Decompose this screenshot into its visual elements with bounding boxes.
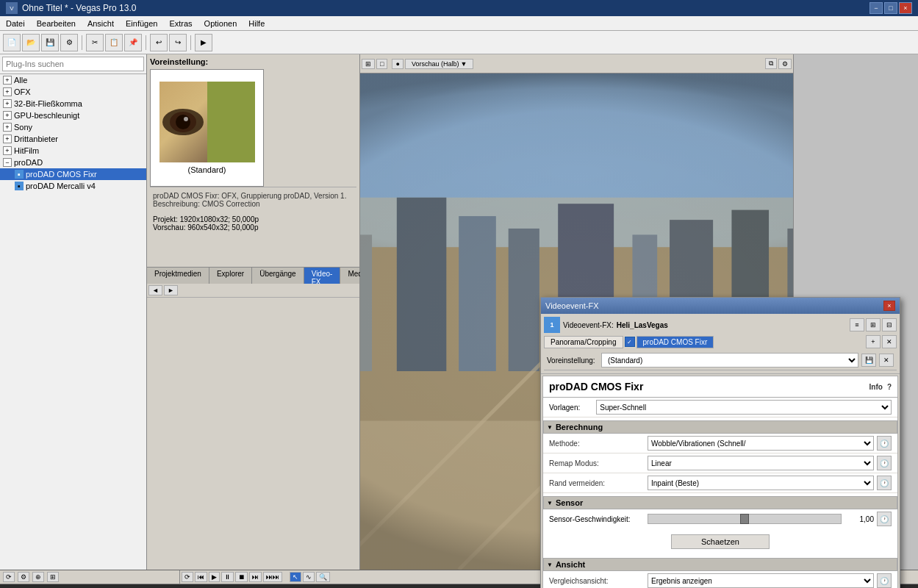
tree-item-prodad-cmos[interactable]: ▪ proDAD CMOS Fixr [0, 168, 146, 180]
fx-preset-delete-btn[interactable]: ✕ [879, 354, 894, 367]
tree-item-32bit[interactable]: + 32-Bit-Fließkomma [0, 98, 146, 110]
search-box [0, 54, 146, 74]
menu-ansicht[interactable]: Ansicht [82, 18, 120, 29]
expand-prodad[interactable]: − [3, 158, 12, 167]
tab-explorer[interactable]: Explorer [209, 268, 252, 284]
toolbar-save[interactable]: 💾 [41, 34, 59, 51]
fx-info-btn[interactable]: Info [869, 383, 883, 391]
tree-item-prodad-mercalli[interactable]: ▪ proDAD Mercalli v4 [0, 180, 146, 192]
menu-bearbeiten[interactable]: Bearbeiten [31, 18, 82, 29]
fx-preset-select[interactable]: (Standard) [601, 353, 858, 368]
fx-detail-view-btn[interactable]: ⊟ [882, 318, 897, 331]
timeline-settings-btn[interactable]: ⚙ [18, 572, 29, 582]
menu-hilfe[interactable]: Hilfe [243, 18, 270, 29]
vergleich-select[interactable]: Ergebnis anzeigen [648, 573, 874, 588]
maximize-button[interactable]: □ [884, 2, 897, 14]
remap-select[interactable]: Linear [648, 456, 874, 470]
tab-video-fx[interactable]: Video-FX [304, 268, 341, 284]
expand-sony[interactable]: + [3, 123, 12, 132]
fx-tab-cmos[interactable]: proDAD CMOS Fixr [636, 336, 714, 348]
snap-btn[interactable]: ⊕ [32, 572, 44, 582]
toolbar-properties[interactable]: ⚙ [60, 34, 78, 51]
transport-forward-btn[interactable]: ⏭ [249, 572, 262, 582]
fx-tab-actions: + ✕ [866, 335, 897, 348]
methode-clock-btn[interactable]: 🕐 [877, 436, 892, 451]
sensor-header[interactable]: ▼ Sensor [543, 496, 897, 509]
transport-play-btn[interactable]: ▶ [209, 572, 220, 582]
menu-optionen[interactable]: Optionen [198, 18, 243, 29]
center-panel: Voreinstellung: [147, 54, 360, 570]
expand-ofx[interactable]: + [3, 87, 12, 96]
fx-help-btn[interactable]: ? [887, 383, 892, 391]
fx-list-view-btn[interactable]: ≡ [850, 318, 864, 331]
ansicht-header[interactable]: ▼ Ansicht [543, 558, 897, 571]
tab-uebergaenge[interactable]: Übergänge [252, 268, 304, 284]
minimize-button[interactable]: − [869, 2, 883, 14]
transport-stop-btn[interactable]: ⏹ [235, 572, 248, 582]
fx-add-btn[interactable]: + [866, 335, 881, 348]
preview-settings-btn[interactable]: ⚙ [778, 59, 792, 69]
tree-item-gpu[interactable]: + GPU-beschleunigt [0, 110, 146, 121]
fx-grid-view-btn[interactable]: ⊞ [866, 318, 881, 331]
fx-plugin-actions: Info ? [869, 383, 892, 391]
cursor-tool-btn[interactable]: ↖ [290, 572, 301, 582]
search-input[interactable] [2, 57, 144, 71]
nav-left-btn[interactable]: ◄ [148, 285, 162, 295]
envelope-tool-btn[interactable]: ∿ [303, 572, 315, 582]
fx-close-button[interactable]: × [883, 301, 895, 311]
toolbar-undo[interactable]: ↩ [150, 34, 168, 51]
timecode-controls: ⟳ ⚙ ⊕ ⊞ [0, 570, 180, 584]
remap-clock-btn[interactable]: 🕐 [877, 456, 892, 470]
tab-projektmedien[interactable]: Projektmedien [147, 268, 209, 284]
toolbar-cut[interactable]: ✂ [86, 34, 104, 51]
transport-end-btn[interactable]: ⏭⏭ [263, 572, 282, 582]
berechnung-header[interactable]: ▼ Berechnung [543, 420, 897, 434]
transport-loop-btn[interactable]: ⟳ [182, 572, 193, 582]
preview-halb-btn[interactable]: Vorschau (Halb) ▼ [405, 59, 473, 69]
tree-item-hitfilm[interactable]: + HitFilm [0, 145, 146, 157]
tree-item-sony[interactable]: + Sony [0, 121, 146, 133]
tree-item-drittanbieter[interactable]: + Drittanbieter [0, 133, 146, 145]
preview-quality-btn[interactable]: ● [392, 59, 403, 69]
main-toolbar: 📄 📂 💾 ⚙ ✂ 📋 📌 ↩ ↪ ▶ [0, 31, 918, 54]
fx-remove-btn[interactable]: ✕ [882, 335, 897, 348]
menu-extras[interactable]: Extras [163, 18, 198, 29]
expand-gpu[interactable]: + [3, 111, 12, 120]
close-button[interactable]: × [899, 2, 912, 14]
tree-item-prodad[interactable]: − proDAD [0, 157, 146, 168]
expand-32bit[interactable]: + [3, 99, 12, 108]
sensor-speed-clock-btn[interactable]: 🕐 [877, 512, 892, 526]
loop-btn[interactable]: ⟳ [3, 572, 15, 582]
toolbar-new[interactable]: 📄 [3, 34, 21, 51]
transport-rewind-btn[interactable]: ⏮ [195, 572, 207, 582]
grid-btn[interactable]: ⊞ [47, 572, 59, 582]
rand-select[interactable]: Inpaint (Beste) [648, 476, 874, 490]
fx-preset-save-btn[interactable]: 💾 [861, 354, 876, 367]
nav-right-btn[interactable]: ► [164, 285, 178, 295]
expand-drittanbieter[interactable]: + [3, 135, 12, 143]
expand-hitfilm[interactable]: + [3, 146, 12, 155]
tree-item-ofx[interactable]: + OFX [0, 86, 146, 98]
toolbar-redo[interactable]: ↪ [169, 34, 187, 51]
expand-alle[interactable]: + [3, 76, 12, 85]
rand-clock-btn[interactable]: 🕐 [877, 476, 892, 490]
vorlagen-select[interactable]: Super-Schnell [596, 400, 892, 415]
zoom-tool-btn[interactable]: 🔍 [316, 572, 330, 582]
menu-datei[interactable]: Datei [0, 18, 31, 29]
sensor-speed-slider[interactable] [648, 514, 842, 524]
preview-btn-2[interactable]: □ [376, 59, 387, 69]
toolbar-paste[interactable]: 📌 [124, 34, 142, 51]
menu-einfuegen[interactable]: Einfügen [120, 18, 163, 29]
schaetzen-container: Schaetzen [543, 528, 897, 555]
schaetzen-button[interactable]: Schaetzen [671, 534, 770, 549]
vergleich-clock-btn[interactable]: 🕐 [877, 573, 892, 588]
preview-copy-btn[interactable]: ⧉ [765, 58, 777, 69]
fx-tab-panorama[interactable]: Panorama/Cropping [544, 336, 623, 348]
tree-item-alle[interactable]: + Alle [0, 74, 146, 86]
preview-btn-1[interactable]: ⊞ [362, 59, 375, 69]
methode-select[interactable]: Wobble/Vibrationen (Schnell/ [648, 436, 874, 451]
toolbar-open[interactable]: 📂 [22, 34, 40, 51]
toolbar-copy[interactable]: 📋 [105, 34, 123, 51]
transport-pause-btn[interactable]: ⏸ [221, 572, 234, 582]
toolbar-render[interactable]: ▶ [195, 34, 212, 51]
